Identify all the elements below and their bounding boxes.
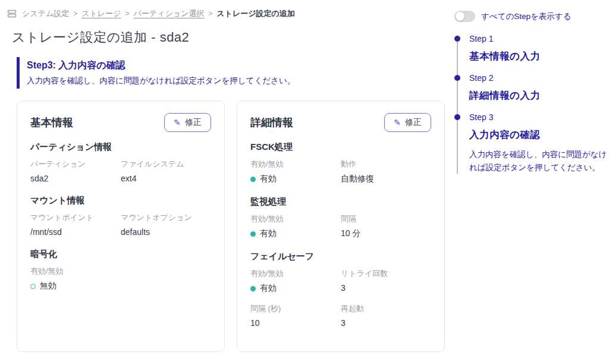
field-value: sda2 [30, 174, 121, 183]
field-label: リトライ回数 [341, 268, 431, 279]
field-failsafe-enabled: 有効/無効 有効 [250, 268, 341, 294]
step-item-1: Step 1 基本情報の入力 [454, 34, 607, 63]
storage-icon [7, 9, 17, 18]
breadcrumb-separator: > [73, 10, 77, 18]
breadcrumb-item-storage[interactable]: ストレージ [81, 8, 121, 19]
breadcrumb-item-current: ストレージ設定の追加 [216, 8, 295, 19]
encryption-section: 暗号化 有効/無効 無効 [30, 249, 211, 291]
field-monitoring-enabled: 有効/無効 有効 [250, 214, 341, 239]
steps-list: Step 1 基本情報の入力 Step 2 詳細情報の入力 Step 3 入力内… [454, 34, 607, 177]
fsck-section: FSCK処理 有効/無効 有効 動作 自動修復 [250, 142, 431, 184]
step-description: 入力内容を確認し、内容に問題がなければ設定ボタンを押してください。 [469, 148, 607, 177]
field-filesystem: ファイルシステム ext4 [121, 159, 211, 183]
breadcrumb-separator: > [125, 10, 129, 18]
partition-info-section: パーティション情報 パーティション sda2 ファイルシステム ext4 [30, 142, 211, 183]
step-banner-description: 入力内容を確認し、内容に問題がなければ設定ボタンを押してください。 [27, 76, 453, 86]
field-fsck-action: 動作 自動修復 [341, 159, 431, 184]
detail-info-card: 詳細情報 ✎ 修正 FSCK処理 有効/無効 [237, 101, 445, 352]
step-item-2: Step 2 詳細情報の入力 [454, 73, 607, 102]
pencil-icon: ✎ [174, 118, 181, 127]
show-all-steps-row: すべてのStepを表示する [454, 11, 607, 22]
detail-info-edit-button[interactable]: ✎ 修正 [384, 113, 431, 132]
basic-info-edit-button[interactable]: ✎ 修正 [164, 113, 211, 132]
field-label: 有効/無効 [250, 214, 341, 224]
field-value: 10 [250, 318, 341, 328]
breadcrumb: システム設定 > ストレージ > パーティション選択 > ストレージ設定の追加 [7, 6, 453, 20]
field-value: 10 分 [341, 228, 431, 239]
status-dot [250, 286, 256, 291]
basic-info-card-title: 基本情報 [30, 115, 73, 130]
field-label: 動作 [341, 159, 431, 170]
detail-info-card-title: 詳細情報 [250, 115, 293, 130]
page-root: システム設定 > ストレージ > パーティション選択 > ストレージ設定の追加 … [0, 0, 609, 364]
field-retry-count: リトライ回数 3 [341, 268, 431, 294]
field-label: パーティション [30, 159, 121, 170]
breadcrumb-separator: > [208, 10, 212, 18]
field-label: マウントオプション [121, 212, 211, 223]
field-reboot: 再起動 3 [341, 303, 431, 328]
step-dot [454, 75, 460, 81]
step-dot [454, 114, 460, 120]
section-heading: FSCK処理 [250, 142, 431, 153]
field-mount-point: マウントポイント /mnt/ssd [30, 212, 121, 237]
field-label: 有効/無効 [250, 159, 341, 170]
field-partition: パーティション sda2 [30, 159, 121, 183]
edit-button-label: 修正 [185, 117, 202, 128]
field-value: /mnt/ssd [30, 227, 121, 237]
section-heading: 暗号化 [30, 249, 211, 260]
step-title: 詳細情報の入力 [469, 89, 607, 102]
section-heading: 監視処理 [250, 196, 431, 208]
stepper-sidebar: すべてのStepを表示する Step 1 基本情報の入力 Step 2 詳細情報… [454, 6, 607, 364]
field-value: 3 [341, 283, 431, 293]
field-value: 有効 [260, 283, 277, 294]
monitoring-section: 監視処理 有効/無効 有効 間隔 10 分 [250, 196, 431, 239]
pencil-icon: ✎ [394, 118, 401, 127]
step-label: Step 1 [469, 34, 607, 43]
failsafe-section: フェイルセーフ 有効/無効 有効 リトライ回数 [250, 251, 431, 328]
field-value: defaults [121, 227, 211, 237]
field-value: 無効 [40, 281, 56, 291]
breadcrumb-item-system-settings: システム設定 [22, 8, 69, 19]
field-value: ext4 [121, 174, 211, 183]
status-dot [250, 177, 256, 182]
step-label: Step 3 [469, 112, 607, 122]
field-label: 間隔 [341, 214, 431, 224]
field-value: 自動修復 [341, 174, 431, 184]
field-value: 有効 [260, 228, 277, 239]
step-banner-title: Step3: 入力内容の確認 [27, 59, 453, 72]
content-area: Step3: 入力内容の確認 入力内容を確認し、内容に問題がなければ設定ボタンを… [17, 57, 453, 364]
status-dot [30, 284, 36, 289]
field-label: マウントポイント [30, 212, 121, 223]
step-title: 基本情報の入力 [469, 50, 607, 63]
field-label: 有効/無効 [30, 266, 121, 277]
section-heading: マウント情報 [30, 195, 211, 206]
show-all-steps-toggle[interactable] [454, 11, 475, 22]
field-value: 有効 [260, 174, 277, 184]
section-heading: フェイルセーフ [250, 251, 431, 262]
field-encryption-enabled: 有効/無効 無効 [30, 266, 121, 291]
breadcrumb-item-partition-select[interactable]: パーティション選択 [133, 8, 204, 19]
mount-info-section: マウント情報 マウントポイント /mnt/ssd マウントオプション defau… [30, 195, 211, 237]
field-monitoring-interval: 間隔 10 分 [341, 214, 431, 239]
step-dot [454, 36, 460, 42]
field-label: 有効/無効 [250, 268, 341, 279]
step-item-3: Step 3 入力内容の確認 入力内容を確認し、内容に問題がなければ設定ボタンを… [454, 112, 607, 177]
page-title: ストレージ設定の追加 - sda2 [12, 29, 453, 46]
field-fsck-enabled: 有効/無効 有効 [250, 159, 341, 184]
step-title: 入力内容の確認 [469, 128, 607, 142]
step-label: Step 2 [469, 73, 607, 83]
field-label: ファイルシステム [121, 159, 211, 170]
field-mount-options: マウントオプション defaults [121, 212, 211, 237]
step-banner: Step3: 入力内容の確認 入力内容を確認し、内容に問題がなければ設定ボタンを… [17, 57, 453, 89]
basic-info-card: 基本情報 ✎ 修正 パーティション情報 パーティション sda2 [17, 101, 225, 352]
summary-cards: 基本情報 ✎ 修正 パーティション情報 パーティション sda2 [17, 101, 445, 352]
toggle-knob [456, 12, 464, 21]
status-dot [250, 231, 256, 237]
show-all-steps-label: すべてのStepを表示する [481, 11, 572, 22]
field-value: 3 [341, 318, 431, 328]
main-column: システム設定 > ストレージ > パーティション選択 > ストレージ設定の追加 … [7, 6, 453, 364]
edit-button-label: 修正 [405, 117, 422, 128]
field-label: 再起動 [341, 303, 431, 314]
field-label: 間隔 (秒) [250, 303, 341, 314]
section-heading: パーティション情報 [30, 142, 211, 153]
